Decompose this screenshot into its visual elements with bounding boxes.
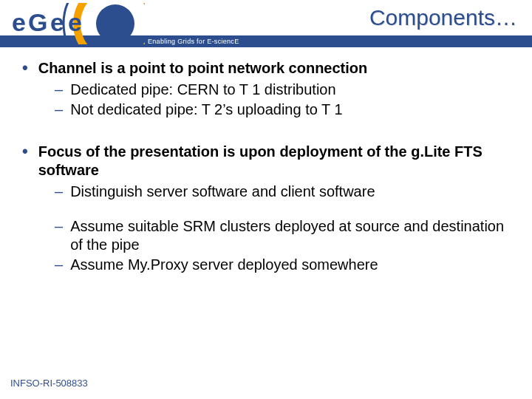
bullet-text: Assume suitable SRM clusters deployed at… bbox=[70, 217, 510, 254]
bullet-text: Focus of the presentation is upon deploy… bbox=[38, 143, 510, 180]
bullet-text: Distinguish server software and client s… bbox=[70, 183, 375, 201]
dash-marker-icon: – bbox=[55, 183, 63, 201]
bullet-level2: – Assume suitable SRM clusters deployed … bbox=[55, 217, 510, 254]
bullet-level2: – Not dedicated pipe: T 2’s uploading to… bbox=[55, 100, 510, 119]
bullet-text: Assume My.Proxy server deployed somewher… bbox=[70, 256, 378, 274]
svg-text:G: G bbox=[28, 8, 47, 36]
spacer bbox=[22, 202, 510, 217]
dash-marker-icon: – bbox=[55, 217, 63, 254]
bullet-level2: – Distinguish server software and client… bbox=[55, 183, 510, 201]
svg-text:e: e bbox=[50, 8, 64, 36]
bullet-marker-icon: • bbox=[22, 143, 28, 180]
egee-logo-icon: e G e e bbox=[4, 3, 145, 44]
slide-footer: INFSO-RI-508833 bbox=[10, 378, 88, 389]
slide-body: • Channel is a point to point network co… bbox=[22, 59, 510, 276]
svg-text:e: e bbox=[68, 8, 82, 36]
logo-container: e G e e bbox=[4, 0, 145, 47]
slide-title: Components… bbox=[369, 5, 517, 30]
bullet-text: Not dedicated pipe: T 2’s uploading to T… bbox=[70, 100, 342, 119]
svg-point-3 bbox=[96, 4, 134, 43]
bullet-level2: – Dedicated pipe: CERN to T 1 distributi… bbox=[55, 81, 510, 99]
svg-text:e: e bbox=[12, 8, 26, 36]
slide-header: Components… Enabling Grids for E-sciencE… bbox=[0, 0, 532, 47]
footer-reference: INFSO-RI-508833 bbox=[10, 378, 88, 389]
dash-marker-icon: – bbox=[55, 81, 63, 99]
slide-subtitle: Enabling Grids for E-sciencE bbox=[148, 38, 239, 45]
dash-marker-icon: – bbox=[55, 100, 63, 119]
dash-marker-icon: – bbox=[55, 256, 63, 274]
bullet-marker-icon: • bbox=[22, 59, 28, 78]
bullet-text: Dedicated pipe: CERN to T 1 distribution bbox=[70, 81, 335, 99]
bullet-text: Channel is a point to point network conn… bbox=[38, 59, 368, 78]
bullet-level1: • Channel is a point to point network co… bbox=[22, 59, 510, 78]
spacer bbox=[22, 120, 510, 143]
bullet-level2: – Assume My.Proxy server deployed somewh… bbox=[55, 256, 510, 274]
slide: Components… Enabling Grids for E-sciencE… bbox=[0, 0, 532, 399]
bullet-level1: • Focus of the presentation is upon depl… bbox=[22, 143, 510, 180]
